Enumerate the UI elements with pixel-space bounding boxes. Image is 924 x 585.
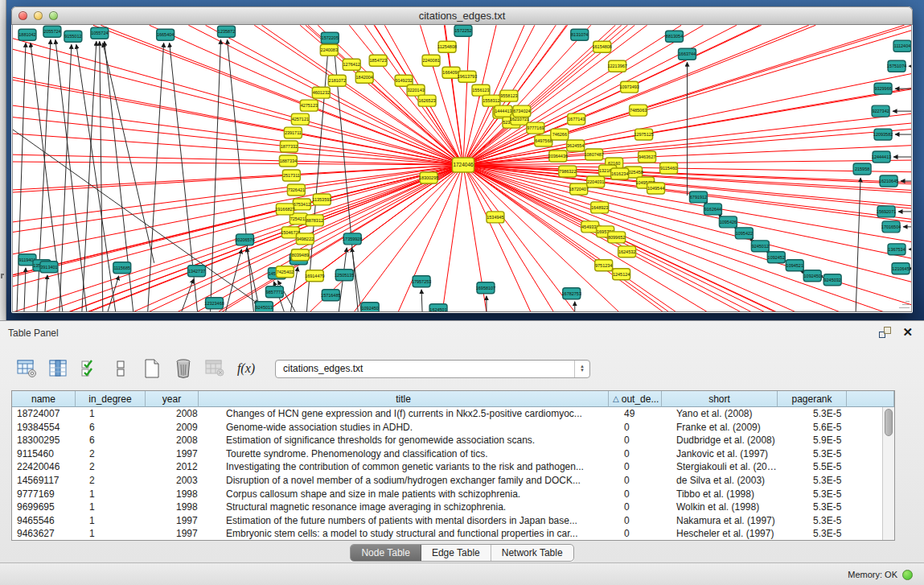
table-mode-icon[interactable] [16,358,37,379]
cell-year[interactable]: 1997 [146,514,199,528]
cell-year[interactable]: 2008 [146,434,199,447]
selection-boxes-icon[interactable] [110,358,131,379]
cell-short[interactable]: Stergiakouli et al. (2012) [662,460,778,474]
tab-edge-table[interactable]: Edge Table [421,545,491,561]
cell-in_degree[interactable]: 2 [76,474,146,488]
network-svg[interactable]: 1881042205572491550121055724166540412358… [13,25,912,312]
cell-in_degree[interactable]: 1 [76,527,146,540]
cell-name[interactable]: 19384554 [12,421,76,435]
table-row[interactable]: 946362711997Embryonic stem cells: a mode… [12,527,882,540]
cell-pagerank[interactable]: 5.3E-5 [778,514,847,528]
cell-in_degree[interactable]: 1 [76,514,146,528]
cell-in_degree[interactable]: 1 [76,501,146,514]
cell-name[interactable]: 9777169 [12,488,76,501]
cell-out_degree[interactable]: 0 [609,488,662,501]
cell-pagerank[interactable]: 5.3E-5 [778,407,847,421]
cell-short[interactable]: Nakamura et al. (1997) [662,514,778,528]
cell-short[interactable]: Tibbo et al. (1998) [662,488,778,501]
cell-out_degree[interactable]: 49 [609,407,662,421]
cell-title[interactable]: Genome-wide association studies in ADHD. [199,421,609,435]
column-header-name[interactable]: name [12,391,76,407]
cell-name[interactable]: 9465546 [12,514,76,528]
cell-out_degree[interactable]: 0 [609,501,662,514]
column-header-short[interactable]: short [662,391,778,407]
window-resize-grip[interactable] [898,299,910,310]
table-row[interactable]: 1456911722003Disruption of a novel membe… [12,474,882,488]
cell-title[interactable]: Estimation of the future numbers of pati… [199,514,609,528]
column-header-out_de[interactable]: △out_de... [609,391,662,407]
cell-year[interactable]: 2008 [146,407,199,421]
cell-pagerank[interactable]: 5.5E-5 [778,460,847,474]
cell-in_degree[interactable]: 2 [76,447,146,461]
column-header-in_degree[interactable]: in_degree [76,391,146,407]
cell-name[interactable]: 18724007 [12,407,76,421]
cell-in_degree[interactable]: 1 [76,407,146,421]
cell-pagerank[interactable]: 5.3E-5 [778,501,847,514]
cell-title[interactable]: Investigating the contribution of common… [199,460,609,474]
graph-nodes[interactable]: 1881042205572491550121055724166540412358… [18,25,911,312]
table-row[interactable]: 946554611997Estimation of the future num… [12,514,882,528]
cell-out_degree[interactable]: 0 [609,434,662,447]
cell-title[interactable]: Structural magnetic resonance image aver… [199,501,609,514]
cell-year[interactable]: 1998 [146,501,199,514]
table-row[interactable]: 969969511998Structural magnetic resonanc… [12,501,882,514]
cell-pagerank[interactable]: 5.3E-5 [778,488,847,501]
cell-pagerank[interactable]: 5.9E-5 [778,434,847,447]
cell-title[interactable]: Corpus callosum shape and size in male p… [199,488,609,501]
cell-year[interactable]: 2009 [146,421,199,435]
cell-title[interactable]: Disruption of a novel member of a sodium… [199,474,609,488]
function-builder-icon[interactable]: f(x) [236,358,257,379]
cell-title[interactable]: Estimation of significance thresholds fo… [199,434,609,447]
cell-name[interactable]: 9463627 [12,527,76,540]
left-splitter[interactable] [0,0,6,320]
cell-short[interactable]: Franke et al. (2009) [662,421,778,435]
table-row[interactable]: 911546021997Tourette syndrome. Phenomeno… [12,447,882,461]
table-header-row[interactable]: namein_degreeyeartitle△out_de...shortpag… [12,391,894,407]
cell-year[interactable]: 2003 [146,474,199,488]
cell-out_degree[interactable]: 0 [609,527,662,540]
close-window-button[interactable] [18,11,27,20]
table-select-dropdown[interactable]: citations_edges.txt ▲▼ [275,360,590,378]
cell-name[interactable]: 9115460 [12,447,76,461]
zoom-window-button[interactable] [49,11,58,20]
cell-title[interactable]: Changes of HCN gene expression and I(f) … [199,407,609,421]
close-panel-icon[interactable]: ✕ [902,327,913,338]
scrollbar-thumb[interactable] [885,409,893,436]
cell-title[interactable]: Embryonic stem cells: a model to study s… [199,527,609,540]
cell-short[interactable]: Wolkin et al. (1998) [662,501,778,514]
cell-out_degree[interactable]: 0 [609,447,662,461]
table-row[interactable]: 977716911998Corpus callosum shape and si… [12,488,882,501]
table-row[interactable]: 1938455462009Genome-wide association stu… [12,421,882,435]
new-table-icon[interactable] [142,358,162,379]
cell-in_degree[interactable]: 1 [76,488,146,501]
column-select-icon[interactable] [47,358,68,379]
delete-rows-icon[interactable] [173,358,194,379]
row-check-icon[interactable] [79,358,100,379]
cell-short[interactable]: Yano et al. (2008) [662,407,778,421]
table-row[interactable]: 1872400712008Changes of HCN gene express… [12,407,882,421]
column-header-title[interactable]: title [199,391,609,407]
cell-in_degree[interactable]: 6 [76,421,146,435]
table-row[interactable]: 1830029562008Estimation of significance … [12,434,882,447]
cell-year[interactable]: 1998 [146,488,199,501]
cell-out_degree[interactable]: 0 [609,460,662,474]
cell-name[interactable]: 22420046 [12,460,76,474]
cell-in_degree[interactable]: 2 [76,460,146,474]
cell-name[interactable]: 9699695 [12,501,76,514]
tab-network-table[interactable]: Network Table [491,545,573,561]
cell-in_degree[interactable]: 6 [76,434,146,447]
table-vertical-scrollbar[interactable] [882,407,894,540]
cell-pagerank[interactable]: 5.3E-5 [778,474,847,488]
column-header-year[interactable]: year [146,391,199,407]
network-window-titlebar[interactable]: citations_edges.txt [11,6,913,25]
table-row[interactable]: 2242004622012Investigating the contribut… [12,460,882,474]
cell-year[interactable]: 1997 [146,447,199,461]
cell-year[interactable]: 2012 [146,460,199,474]
cell-title[interactable]: Tourette syndrome. Phenomenology and cla… [199,447,609,461]
network-window[interactable]: citations_edges.txt 18810422055724915501… [11,6,913,313]
cell-name[interactable]: 18300295 [12,434,76,447]
cell-out_degree[interactable]: 0 [609,421,662,435]
cell-pagerank[interactable]: 5.3E-5 [778,447,847,461]
network-view[interactable]: 1881042205572491550121055724166540412358… [12,25,912,312]
cell-out_degree[interactable]: 0 [609,474,662,488]
